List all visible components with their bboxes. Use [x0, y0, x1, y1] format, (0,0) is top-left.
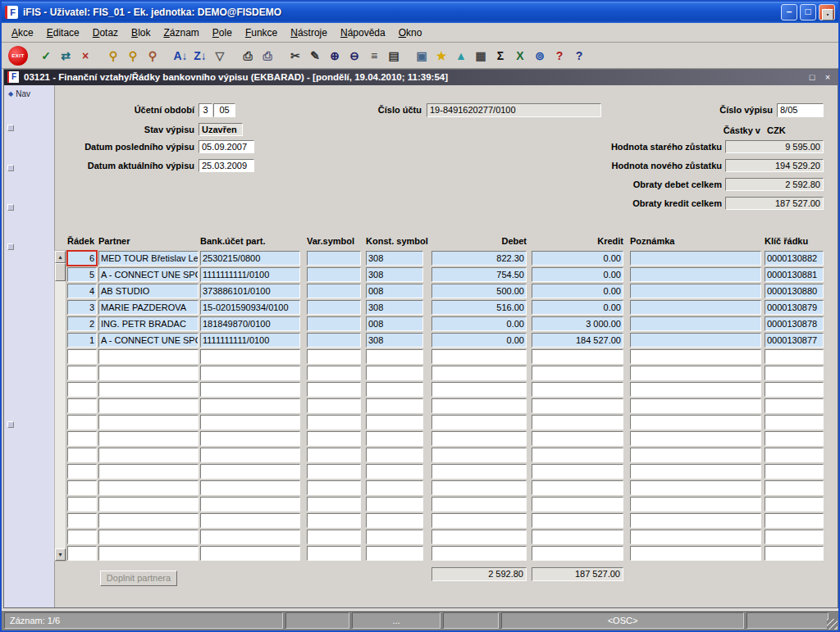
- cell-partner[interactable]: [98, 497, 199, 512]
- cell-partner[interactable]: ING. PETR BRADAC: [98, 316, 199, 331]
- cell-debet[interactable]: 822.30: [431, 251, 527, 266]
- cell-radek[interactable]: 4: [67, 284, 97, 298]
- table-row-empty[interactable]: [67, 447, 824, 463]
- table-row-empty[interactable]: [67, 398, 824, 414]
- cut-icon[interactable]: ✂: [285, 46, 305, 66]
- menu-item-nastroje[interactable]: Nástroje: [284, 25, 334, 41]
- cell-ucet[interactable]: [200, 431, 300, 446]
- cell-partner[interactable]: [98, 398, 199, 413]
- help-icon[interactable]: ?: [550, 46, 569, 66]
- cell-klic[interactable]: [765, 464, 824, 479]
- star-icon[interactable]: ★: [431, 46, 451, 66]
- cell-klic[interactable]: [765, 431, 824, 446]
- cell-kredit[interactable]: [532, 415, 623, 430]
- menu-item-editace[interactable]: Editace: [40, 25, 86, 41]
- cell-kredit[interactable]: [532, 382, 623, 397]
- table-row-empty[interactable]: [67, 381, 824, 398]
- cell-konst[interactable]: [366, 497, 423, 512]
- ucetni-obdobi-field-1[interactable]: 3: [199, 103, 212, 117]
- cell-klic[interactable]: 0000130882: [765, 251, 824, 266]
- cell-var[interactable]: [307, 333, 361, 348]
- obraty-kredit-field[interactable]: 187 527.00: [725, 197, 824, 210]
- minimize-button[interactable]: –: [781, 4, 797, 20]
- menu-item-akce[interactable]: Akce: [5, 25, 40, 41]
- cell-radek[interactable]: 3: [67, 300, 97, 315]
- cell-debet[interactable]: 516.00: [431, 300, 527, 315]
- cell-konst[interactable]: [366, 398, 423, 413]
- print-preview-icon[interactable]: ⎙: [258, 46, 277, 66]
- enter-query-icon[interactable]: ⚲: [103, 46, 123, 66]
- cell-radek[interactable]: [67, 448, 97, 462]
- cell-kredit[interactable]: 0.00: [532, 251, 623, 266]
- table-row-empty[interactable]: [67, 463, 824, 480]
- cell-poznamka[interactable]: [630, 480, 761, 495]
- cell-var[interactable]: [307, 398, 361, 413]
- cell-kredit[interactable]: [532, 480, 623, 495]
- table-row[interactable]: 2ING. PETR BRADAC181849870/01000080.003 …: [67, 316, 824, 332]
- menu-item-pole[interactable]: Pole: [206, 25, 239, 41]
- cell-poznamka[interactable]: [630, 284, 761, 298]
- cell-poznamka[interactable]: [630, 448, 761, 462]
- cell-debet[interactable]: 754.50: [431, 267, 527, 282]
- cell-konst[interactable]: [366, 349, 423, 364]
- cell-klic[interactable]: [765, 497, 824, 512]
- cell-konst[interactable]: [366, 366, 423, 380]
- cell-partner[interactable]: MED TOUR Břetislav Lesný: [98, 251, 199, 266]
- cell-kredit[interactable]: [532, 513, 623, 528]
- cell-radek[interactable]: [67, 530, 97, 544]
- cell-poznamka[interactable]: [630, 366, 761, 380]
- cell-partner[interactable]: A - CONNECT UNE SPOL. S R.O.: [98, 333, 199, 348]
- cell-ucet[interactable]: 181849870/0100: [200, 316, 300, 331]
- cell-klic[interactable]: 0000130877: [765, 333, 824, 348]
- nav-tab[interactable]: ◆ Nav: [8, 89, 30, 98]
- cell-poznamka[interactable]: [630, 546, 761, 561]
- table-row-empty[interactable]: [67, 496, 824, 512]
- cell-var[interactable]: [307, 316, 361, 331]
- cell-klic[interactable]: [765, 366, 824, 380]
- cancel-icon[interactable]: ×: [75, 46, 95, 66]
- cell-klic[interactable]: [765, 546, 824, 561]
- stav-vypisu-field[interactable]: Uzavřen: [199, 123, 243, 136]
- cell-ucet[interactable]: [200, 349, 300, 364]
- hodnota-stareho-field[interactable]: 9 595.00: [725, 140, 824, 153]
- cell-klic[interactable]: [765, 382, 824, 397]
- cell-konst[interactable]: 308: [366, 333, 423, 348]
- cell-ucet[interactable]: 373886101/0100: [200, 284, 300, 298]
- cell-debet[interactable]: [431, 382, 527, 397]
- menu-item-okno[interactable]: Okno: [392, 25, 429, 41]
- save-icon[interactable]: ✓: [36, 46, 56, 66]
- cell-konst[interactable]: [366, 431, 423, 446]
- cell-debet[interactable]: [431, 431, 527, 446]
- cell-var[interactable]: [307, 267, 361, 282]
- cell-klic[interactable]: [765, 415, 824, 430]
- cell-konst[interactable]: 008: [366, 284, 423, 298]
- cell-debet[interactable]: [431, 349, 527, 364]
- cell-partner[interactable]: [98, 546, 199, 561]
- cell-debet[interactable]: 500.00: [431, 284, 527, 298]
- table-row[interactable]: 4AB STUDIO373886101/0100008500.000.00000…: [67, 283, 824, 299]
- cell-poznamka[interactable]: [630, 464, 761, 479]
- cell-debet[interactable]: [431, 366, 527, 380]
- cell-debet[interactable]: 0.00: [431, 333, 527, 348]
- cell-debet[interactable]: [431, 513, 527, 528]
- prism-icon[interactable]: ▲: [451, 46, 471, 66]
- cell-kredit[interactable]: [532, 464, 623, 479]
- maximize-button[interactable]: □: [800, 4, 816, 20]
- context-help-icon[interactable]: ?: [569, 46, 589, 66]
- cell-kredit[interactable]: 0.00: [532, 284, 623, 298]
- cell-ucet[interactable]: [200, 480, 300, 495]
- cell-kredit[interactable]: [532, 530, 623, 544]
- cell-ucet[interactable]: [200, 382, 300, 397]
- cell-ucet[interactable]: [200, 546, 300, 561]
- cell-var[interactable]: [307, 464, 361, 479]
- cell-var[interactable]: [307, 546, 361, 561]
- zoom-in-icon[interactable]: ⊕: [325, 46, 345, 66]
- cell-debet[interactable]: [431, 546, 527, 561]
- cell-debet[interactable]: [431, 497, 527, 512]
- cell-var[interactable]: [307, 480, 361, 495]
- cell-partner[interactable]: A - CONNECT UNE SPOL. S R.O.: [98, 267, 199, 282]
- doplnit-partnera-button[interactable]: Doplnit partnera: [100, 571, 177, 586]
- cell-radek[interactable]: [67, 513, 97, 528]
- cell-ucet[interactable]: 1111111111/0100: [200, 333, 300, 348]
- cell-klic[interactable]: 0000130878: [765, 316, 824, 331]
